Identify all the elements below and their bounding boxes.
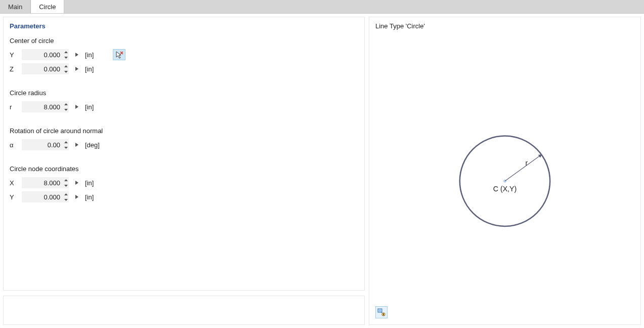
rotation-a-label: α [10, 141, 18, 149]
center-z-step-down[interactable] [63, 69, 69, 74]
radius-menu-button[interactable] [73, 101, 81, 112]
radius-r-label: r [10, 103, 18, 111]
svg-rect-3 [378, 309, 381, 312]
rotation-input[interactable] [22, 139, 63, 150]
center-z-input[interactable] [22, 63, 63, 74]
center-y-field-wrap [22, 49, 69, 60]
rotation-unit: [deg] [85, 141, 100, 149]
pick-point-button[interactable] [113, 49, 125, 60]
rotation-spinner [63, 139, 69, 150]
node-x-spinner [63, 177, 69, 188]
node-y-step-down[interactable] [63, 197, 69, 202]
rotation-menu-button[interactable] [73, 139, 81, 150]
tab-main-label: Main [8, 3, 22, 11]
radius-step-up[interactable] [63, 101, 69, 107]
node-x-row: X [in] [10, 176, 358, 190]
radius-spinner [63, 101, 69, 112]
rotation-row: α [deg] [10, 138, 358, 152]
node-x-menu-button[interactable] [73, 177, 81, 188]
tab-circle[interactable]: Circle [31, 0, 64, 13]
rotation-step-up[interactable] [63, 139, 69, 145]
node-x-step-down[interactable] [63, 183, 69, 188]
tab-main[interactable]: Main [0, 0, 31, 13]
preview-radius-line [505, 154, 542, 181]
node-y-input[interactable] [22, 191, 63, 202]
comment-panel[interactable] [3, 296, 365, 325]
node-y-spinner [63, 191, 69, 202]
node-y-field-wrap [22, 191, 69, 202]
center-y-row: Y [in] [10, 48, 358, 62]
rotation-group-label: Rotation of circle around normal [10, 127, 358, 135]
node-group-label: Circle node coordinates [10, 165, 358, 173]
node-y-menu-button[interactable] [73, 191, 81, 202]
node-y-row: Y [in] [10, 190, 358, 204]
node-x-label: X [10, 179, 18, 187]
node-x-step-up[interactable] [63, 177, 69, 183]
radius-unit: [in] [85, 103, 94, 111]
node-x-input[interactable] [22, 177, 63, 188]
tab-bar: Main Circle [0, 0, 644, 14]
center-y-spinner [63, 49, 69, 60]
node-y-step-up[interactable] [63, 191, 69, 197]
radius-row: r [in] [10, 100, 358, 114]
preview-radius-label: r [526, 159, 528, 167]
center-z-field-wrap [22, 63, 69, 74]
pick-cursor-icon [115, 51, 123, 59]
center-z-label: Z [10, 65, 18, 73]
preview-title: Line Type 'Circle' [369, 17, 640, 35]
node-x-field-wrap [22, 177, 69, 188]
rotation-step-down[interactable] [63, 145, 69, 150]
center-y-unit: [in] [85, 51, 94, 59]
radius-step-down[interactable] [63, 107, 69, 112]
tab-circle-label: Circle [39, 3, 56, 11]
preview-render-button[interactable] [375, 306, 388, 318]
node-y-label: Y [10, 193, 18, 201]
circle-preview-svg: r C (X,Y) [369, 37, 640, 304]
preview-panel: Line Type 'Circle' r C (X,Y) [369, 17, 641, 325]
parameters-title: Parameters [10, 22, 358, 30]
preview-area: r C (X,Y) [369, 37, 640, 304]
center-group-label: Center of circle [10, 37, 358, 45]
center-y-menu-button[interactable] [73, 49, 81, 60]
main-area: Parameters Center of circle Y [in] [0, 14, 644, 328]
center-z-menu-button[interactable] [73, 63, 81, 74]
center-z-step-up[interactable] [63, 63, 69, 69]
center-z-unit: [in] [85, 65, 94, 73]
center-z-row: Z [in] [10, 62, 358, 76]
preview-toolbar [375, 306, 388, 318]
radius-field-wrap [22, 101, 69, 112]
left-column: Parameters Center of circle Y [in] [3, 17, 365, 325]
rotation-field-wrap [22, 139, 69, 150]
radius-group-label: Circle radius [10, 89, 358, 97]
node-y-unit: [in] [85, 193, 94, 201]
center-y-step-up[interactable] [63, 49, 69, 55]
center-y-step-down[interactable] [63, 55, 69, 60]
svg-rect-5 [383, 313, 384, 315]
center-z-spinner [63, 63, 69, 74]
center-y-label: Y [10, 51, 18, 59]
radius-input[interactable] [22, 101, 63, 112]
render-icon [377, 308, 385, 316]
parameters-panel: Parameters Center of circle Y [in] [3, 17, 365, 291]
preview-center-label: C (X,Y) [493, 185, 517, 193]
node-x-unit: [in] [85, 179, 94, 187]
center-y-input[interactable] [22, 49, 63, 60]
